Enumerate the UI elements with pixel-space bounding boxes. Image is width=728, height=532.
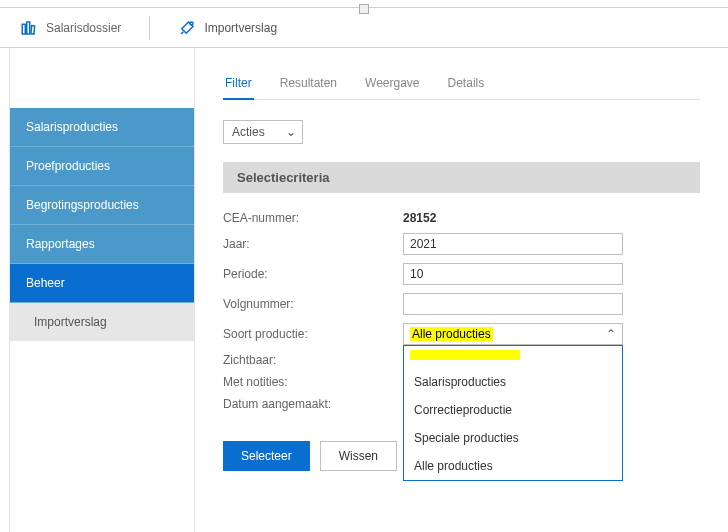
- selecteer-button[interactable]: Selecteer: [223, 441, 310, 471]
- left-margin: [0, 48, 10, 532]
- label-zichtbaar: Zichtbaar:: [223, 353, 403, 367]
- section-header: Selectiecriteria: [223, 162, 700, 193]
- sidebar-item-label: Proefproducties: [26, 159, 110, 173]
- dropdown-selected: Alle producties: [410, 327, 493, 341]
- dropdown-menu: Salarisproducties Correctieproductie Spe…: [403, 345, 623, 481]
- tab-separator: [149, 16, 150, 40]
- sidebar: Salarisproducties Proefproducties Begrot…: [10, 48, 195, 532]
- svg-rect-2: [31, 25, 35, 33]
- sub-tab-label: Filter: [225, 76, 252, 90]
- sidebar-sub-importverslag[interactable]: Importverslag: [10, 303, 194, 341]
- dropdown-redacted-option[interactable]: [404, 346, 622, 368]
- dropdown-option-correctieproductie[interactable]: Correctieproductie: [404, 396, 622, 424]
- input-periode[interactable]: [403, 263, 623, 285]
- sidebar-item-label: Salarisproducties: [26, 120, 118, 134]
- label-volgnummer: Volgnummer:: [223, 297, 403, 311]
- top-tabs: Salarisdossier Importverslag: [0, 8, 728, 48]
- dropdown-soort-display[interactable]: Alle producties ⌃: [403, 323, 623, 345]
- sub-tab-label: Weergave: [365, 76, 419, 90]
- sidebar-item-beheer[interactable]: Beheer: [10, 264, 194, 303]
- sub-tab-weergave[interactable]: Weergave: [363, 68, 421, 99]
- sub-tab-resultaten[interactable]: Resultaten: [278, 68, 339, 99]
- row-periode: Periode:: [223, 263, 700, 285]
- sidebar-item-salarisproducties[interactable]: Salarisproducties: [10, 108, 194, 147]
- dropdown-soort: Alle producties ⌃ Salarisproducties Corr…: [403, 323, 623, 345]
- dropdown-option-alleproducties[interactable]: Alle producties: [404, 452, 622, 480]
- row-soort: Soort productie: Alle producties ⌃ Salar…: [223, 323, 700, 345]
- sidebar-item-proefproducties[interactable]: Proefproducties: [10, 147, 194, 186]
- sidebar-item-begrotingsproducties[interactable]: Begrotingsproducties: [10, 186, 194, 225]
- svg-point-3: [190, 22, 193, 25]
- row-volgnummer: Volgnummer:: [223, 293, 700, 315]
- dropdown-option-salarisproducties[interactable]: Salarisproducties: [404, 368, 622, 396]
- label-datum: Datum aangemaakt:: [223, 397, 403, 411]
- sub-tab-details[interactable]: Details: [446, 68, 487, 99]
- sidebar-item-label: Beheer: [26, 276, 65, 290]
- value-cea: 28152: [403, 211, 436, 225]
- sub-tabs: Filter Resultaten Weergave Details: [223, 68, 700, 100]
- svg-rect-0: [22, 24, 25, 34]
- label-jaar: Jaar:: [223, 237, 403, 251]
- input-volgnummer[interactable]: [403, 293, 623, 315]
- sub-tab-label: Details: [448, 76, 485, 90]
- sidebar-sub-label: Importverslag: [34, 315, 107, 329]
- tab-label: Salarisdossier: [46, 21, 121, 35]
- dropdown-option-specialeproducties[interactable]: Speciale producties: [404, 424, 622, 452]
- chevron-up-icon: ⌃: [606, 327, 616, 341]
- label-notities: Met notities:: [223, 375, 403, 389]
- actions-select[interactable]: Acties: [223, 120, 303, 144]
- input-jaar[interactable]: [403, 233, 623, 255]
- sidebar-item-label: Begrotingsproducties: [26, 198, 139, 212]
- books-icon: [20, 19, 38, 37]
- content-area: Filter Resultaten Weergave Details Actie…: [195, 48, 728, 532]
- main-area: Salarisproducties Proefproducties Begrot…: [0, 48, 728, 532]
- row-cea: CEA-nummer: 28152: [223, 211, 700, 225]
- label-periode: Periode:: [223, 267, 403, 281]
- label-cea: CEA-nummer:: [223, 211, 403, 225]
- svg-rect-1: [27, 22, 30, 34]
- highlight-redaction: [410, 350, 520, 360]
- tab-importverslag[interactable]: Importverslag: [158, 8, 297, 47]
- sidebar-item-rapportages[interactable]: Rapportages: [10, 225, 194, 264]
- tools-icon: [178, 19, 196, 37]
- tab-salarisdossier[interactable]: Salarisdossier: [0, 8, 141, 47]
- top-ruler: [0, 0, 728, 8]
- row-jaar: Jaar:: [223, 233, 700, 255]
- sub-tab-filter[interactable]: Filter: [223, 68, 254, 100]
- section-title: Selectiecriteria: [237, 170, 330, 185]
- tab-label: Importverslag: [204, 21, 277, 35]
- label-soort: Soort productie:: [223, 327, 403, 341]
- sub-tab-label: Resultaten: [280, 76, 337, 90]
- actions-label: Acties: [232, 125, 265, 139]
- sidebar-item-label: Rapportages: [26, 237, 95, 251]
- wissen-button[interactable]: Wissen: [320, 441, 397, 471]
